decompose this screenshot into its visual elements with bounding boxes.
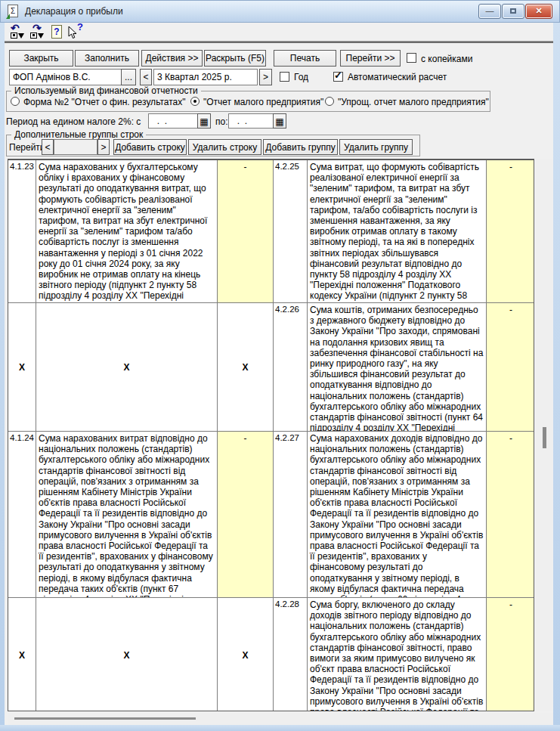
row-description-cell: X [36,303,218,432]
delete-row-button[interactable]: Удалить строку [188,139,261,155]
radio-small-enterprise-label: "Отчет малого предприятия" [203,97,323,107]
expand-button[interactable]: Раскрыть (F5) [204,50,266,67]
row-value-cell[interactable]: - [487,303,534,432]
titlebar: Σ Декларация о прибыли — ✕ [0,0,560,23]
checkmark-icon: ✓ [334,70,342,81]
row-value-cell: X [218,598,274,711]
context-help-icon: ? [67,24,83,40]
calendar-icon: ▦ [275,114,283,127]
delete-group-button[interactable]: Удалить группу [339,139,413,155]
single-tax-to-calendar-button[interactable]: ▦ [273,113,286,129]
row-value-cell[interactable]: - [487,160,534,303]
toolbar-separator [5,41,553,43]
period-input[interactable] [153,69,258,85]
app-window: Σ Декларация о прибыли — ✕ ↶ ↷ ? ? Закры [0,0,560,731]
row-description-cell: Сума коштів, отриманих безпосередньо з д… [308,303,487,432]
row-value-cell[interactable]: - [218,160,274,303]
app-icon: Σ [8,5,18,17]
row-description-cell: X [36,598,218,711]
row-groups-goto-label: Перейти [9,142,45,153]
radio-form2-label: Форма №2 "Отчет о фин. результатах" [23,97,186,107]
group-next-button[interactable]: > [97,139,110,155]
group-prev-button[interactable]: < [42,139,54,155]
row-code-cell: 4.1.23 [8,160,36,303]
single-tax-from-input[interactable] [148,113,198,129]
single-tax-to-label: по: [215,116,228,127]
year-checkbox[interactable] [280,72,289,82]
close-button[interactable]: ✕ [525,4,552,19]
entity-input[interactable] [9,69,122,85]
report-type-group-title: Используемый вид финансовой отчетности [11,85,201,96]
declaration-table: 4.1.23 Сума нарахованих у бухгалтерськом… [8,159,534,711]
row-value-cell[interactable]: - [487,432,534,598]
with-kopecks-checkbox[interactable] [407,53,416,63]
row-code-cell: X [8,598,36,711]
row-code-cell: 4.2.27 [274,432,308,598]
row-value-cell[interactable]: - [218,432,274,598]
goto-menu-button[interactable]: Перейти >> [340,50,401,67]
window-title: Декларация о прибыли [25,6,123,17]
row-groups-group-title: Дополнительные группы строк [11,129,146,140]
restore-icon [510,8,516,14]
with-kopecks-label: с копейками [421,54,472,64]
vertical-scrollbar-thumb[interactable] [543,427,546,448]
single-tax-label: Период на едином налоге 2%: с [6,116,141,127]
radio-form2[interactable] [11,97,20,106]
row-code-cell: 4.1.24 [8,432,36,598]
help-icon: ? [51,25,62,39]
toolbar-context-help-button[interactable]: ? [67,24,83,40]
auto-calc-label: Автоматический расчет [348,72,447,82]
minimize-button[interactable]: — [478,4,501,19]
actions-menu-button[interactable]: Действия >> [141,50,203,67]
vertical-scrollbar[interactable] [536,160,552,711]
row-description-cell: Сума витрат, що формують собівартість ре… [308,160,487,303]
window-border-left [0,23,5,731]
horizontal-scrollbar-thumb[interactable] [14,717,196,720]
row-code-cell: 4.2.25 [274,160,308,303]
period-prev-button[interactable]: < [140,69,152,85]
close-form-button[interactable]: Закрыть [9,50,73,67]
toolbar: ↶ ↷ ? ? [5,23,553,41]
row-code-cell: 4.2.28 [274,598,308,711]
row-value-cell: X [218,303,274,432]
toolbar-redo-button[interactable]: ↷ [29,24,45,40]
calendar-icon: ▦ [200,114,208,127]
row-description-cell: Сума нарахованих доходів відповідно до н… [308,432,487,598]
row-description-cell: Сума боргу, включеного до складу доходів… [308,598,487,711]
year-label: Год [294,72,308,82]
single-tax-from-calendar-button[interactable]: ▦ [197,113,211,129]
window-border-right [553,23,560,731]
radio-simplified[interactable] [325,97,334,106]
row-code-cell: 4.2.26 [274,303,308,432]
row-description-cell: Сума нарахованих у бухгалтерському облік… [36,160,218,303]
radio-simplified-label: "Упрощ. отчет малого предприятия" [338,97,489,107]
window-border-bottom [0,725,560,731]
radio-small-enterprise[interactable] [190,97,200,106]
entity-browse-button[interactable]: ... [121,69,136,85]
print-button[interactable]: Печать [274,50,336,67]
row-value-cell[interactable]: - [487,598,534,711]
add-row-button[interactable]: Добавить строку [113,139,187,155]
maximize-button[interactable] [502,4,524,19]
fill-button[interactable]: Заполнить [75,50,139,67]
period-next-button[interactable]: > [259,69,272,85]
row-description-cell: Сума нарахованих витрат відповідно до на… [36,432,218,598]
add-group-button[interactable]: Добавить группу [263,139,338,155]
row-code-cell: X [8,303,36,432]
horizontal-scrollbar[interactable] [8,713,553,725]
undo-arrow-icon: ↶ [9,24,26,40]
toolbar-undo-button[interactable]: ↶ [9,24,26,40]
group-index-input[interactable] [54,139,97,155]
radio-dot [193,100,196,103]
toolbar-help-button[interactable]: ? [48,24,65,40]
redo-arrow-icon: ↷ [29,24,45,40]
auto-calc-checkbox[interactable]: ✓ [333,72,343,82]
single-tax-to-input[interactable] [228,113,274,129]
